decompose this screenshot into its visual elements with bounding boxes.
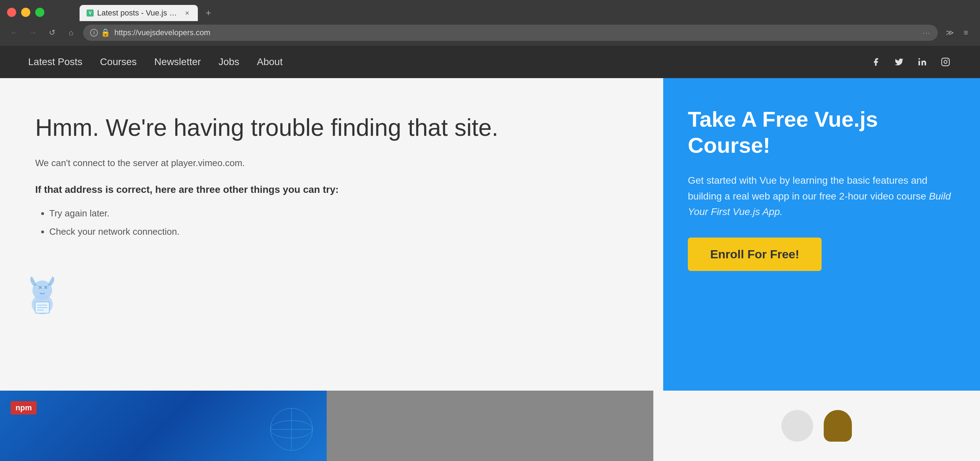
nav-link-latest-posts[interactable]: Latest Posts [28, 56, 83, 68]
active-tab[interactable]: V Latest posts - Vue.js Developer ✕ [80, 5, 198, 21]
nav-right: ≫ ≡ [943, 26, 973, 40]
home-button[interactable]: ⌂ [64, 26, 78, 40]
tab-close-button[interactable]: ✕ [183, 9, 191, 17]
nav-link-courses[interactable]: Courses [100, 56, 137, 68]
address-menu-dots[interactable]: ··· [923, 29, 931, 37]
promo-panel: Take A Free Vue.js Course! Get started w… [663, 78, 980, 391]
thumb-circle [781, 410, 813, 442]
maximize-button[interactable] [35, 8, 45, 17]
facebook-icon[interactable] [869, 56, 882, 68]
tab-favicon: V [87, 10, 94, 16]
error-body-bold: If that address is correct, here are thr… [35, 183, 628, 196]
address-bar[interactable]: ℹ 🔒 https://vuejsdevelopers.com ··· [83, 25, 938, 41]
address-text: https://vuejsdevelopers.com [115, 28, 918, 37]
forward-button[interactable]: → [26, 26, 40, 40]
svg-rect-0 [918, 61, 920, 65]
svg-rect-2 [942, 58, 950, 66]
error-list-item-1: Try again later. [49, 207, 628, 219]
instagram-icon[interactable] [939, 56, 952, 68]
svg-point-4 [947, 59, 948, 60]
close-button[interactable] [7, 8, 16, 17]
nav-link-jobs[interactable]: Jobs [219, 56, 239, 68]
new-tab-button[interactable]: + [201, 6, 215, 20]
promo-title: Take A Free Vue.js Course! [688, 106, 955, 159]
error-title: Hmm. We're having trouble finding that s… [35, 113, 628, 142]
error-list-item-2: Check your network connection. [49, 225, 628, 238]
linkedin-icon[interactable] [916, 56, 929, 68]
address-icons: ℹ 🔒 [90, 28, 110, 37]
thumb-item-1: npm [0, 391, 327, 461]
nav-link-about[interactable]: About [257, 56, 283, 68]
tabs-row: V Latest posts - Vue.js Developer ✕ + [51, 5, 215, 21]
browser-chrome: V Latest posts - Vue.js Developer ✕ + ← … [0, 0, 980, 46]
fox-character: ✕ ✕ [21, 271, 70, 320]
thumb-brown [824, 410, 852, 442]
nav-social [869, 56, 952, 68]
svg-point-3 [944, 60, 947, 64]
error-list: Try again later. Check your network conn… [35, 207, 628, 244]
twitter-icon[interactable] [893, 56, 905, 68]
info-icon: ℹ [90, 29, 98, 37]
back-button[interactable]: ← [7, 26, 21, 40]
tab-title: Latest posts - Vue.js Developer [97, 8, 178, 17]
site-wrapper: Latest Posts Courses Newsletter Jobs Abo… [0, 46, 980, 461]
main-content: ✕ ✕ Hmm. We're having trouble finding th… [0, 78, 980, 391]
nav-links: Latest Posts Courses Newsletter Jobs Abo… [28, 56, 283, 68]
error-subtitle: We can't connect to the server at player… [35, 156, 628, 170]
nav-link-newsletter[interactable]: Newsletter [154, 56, 200, 68]
svg-text:✕: ✕ [44, 285, 48, 290]
title-bar: V Latest posts - Vue.js Developer ✕ + [0, 0, 980, 21]
thumb-item-2 [327, 391, 653, 461]
enroll-button[interactable]: Enroll For Free! [688, 238, 822, 271]
bottom-strip: npm [0, 391, 980, 461]
promo-description: Get started with Vue by learning the bas… [688, 173, 955, 220]
reload-button[interactable]: ↺ [45, 26, 59, 40]
thumb-item-3 [653, 391, 980, 461]
menu-button[interactable]: ≡ [959, 26, 973, 40]
minimize-button[interactable] [21, 8, 30, 17]
extensions-button[interactable]: ≫ [943, 26, 957, 40]
lock-icon: 🔒 [101, 28, 110, 37]
window-controls [7, 8, 45, 17]
svg-text:✕: ✕ [38, 285, 42, 290]
npm-badge: npm [11, 401, 37, 415]
error-panel: ✕ ✕ Hmm. We're having trouble finding th… [0, 78, 663, 391]
address-bar-row: ← → ↺ ⌂ ℹ 🔒 https://vuejsdevelopers.com … [0, 21, 980, 46]
site-nav: Latest Posts Courses Newsletter Jobs Abo… [0, 46, 980, 78]
svg-point-1 [918, 58, 920, 59]
